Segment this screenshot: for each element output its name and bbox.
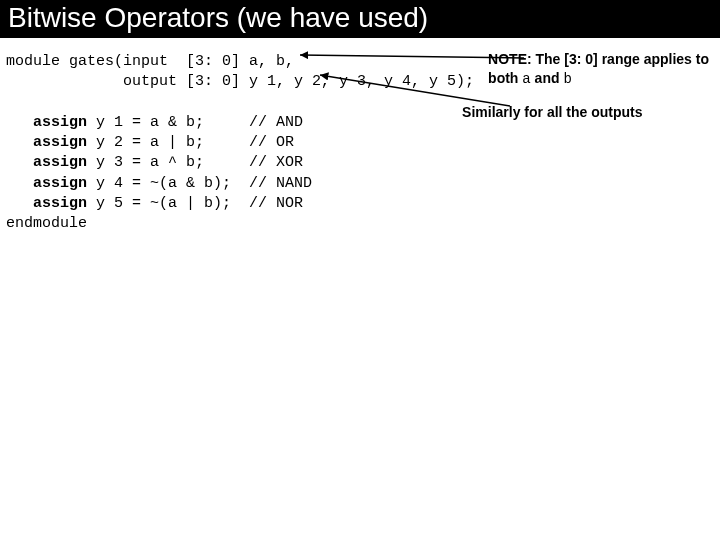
content-row: module gates(input [3: 0] a, b, output […	[0, 38, 720, 234]
code-line-8: endmodule	[6, 215, 87, 232]
note1-range: [3: 0]	[564, 51, 597, 67]
note-outputs: Similarly for all the outputs	[462, 103, 714, 122]
note1-a: NOTE: The	[488, 51, 564, 67]
code-block: module gates(input [3: 0] a, b, output […	[0, 38, 480, 234]
kw-assign-5: assign	[33, 195, 87, 212]
code-line-7b: y 5 = ~(a | b); // NOR	[87, 195, 303, 212]
code-line-4b: y 2 = a | b; // OR	[87, 134, 294, 151]
code-line-1: module gates(input [3: 0] a, b,	[6, 53, 294, 70]
kw-assign-3: assign	[33, 154, 87, 171]
note1-avar: a	[522, 71, 530, 87]
title-text: Bitwise Operators (we have used)	[8, 2, 428, 33]
code-line-3b: y 1 = a & b; // AND	[87, 114, 303, 131]
note2-text: Similarly for all the outputs	[462, 104, 642, 120]
code-line-6b: y 4 = ~(a & b); // NAND	[87, 175, 312, 192]
code-line-5b: y 3 = a ^ b; // XOR	[87, 154, 303, 171]
slide-title: Bitwise Operators (we have used)	[0, 0, 720, 38]
kw-assign-1: assign	[33, 114, 87, 131]
note-range: NOTE: The [3: 0] range applies to both a…	[488, 50, 714, 89]
code-line-2: output [3: 0] y 1, y 2, y 3, y 4, y 5);	[6, 73, 474, 90]
notes-column: NOTE: The [3: 0] range applies to both a…	[480, 38, 720, 122]
note1-c: and	[531, 70, 564, 86]
kw-assign-2: assign	[33, 134, 87, 151]
kw-assign-4: assign	[33, 175, 87, 192]
note1-bvar: b	[563, 71, 571, 87]
